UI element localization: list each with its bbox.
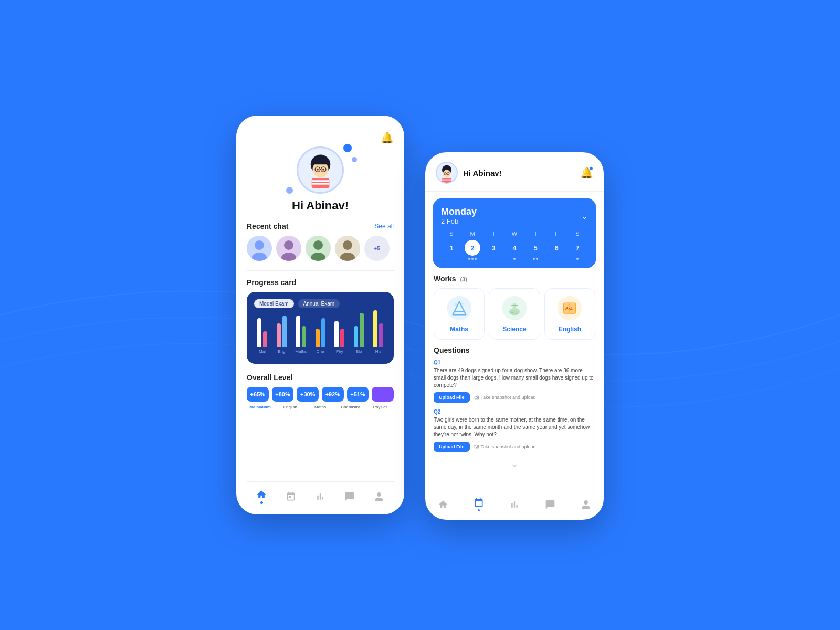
work-card-english[interactable]: A-Z English [544,288,595,340]
avatar [297,146,344,194]
recent-chat-title: Recent chat [247,222,288,230]
english-label: English [559,326,581,333]
level-label-3: Chemistry [337,405,364,410]
cal-date-3[interactable]: 3 [483,240,504,260]
svg-rect-25 [442,178,452,183]
chat-avatar-4[interactable] [335,236,360,261]
right-greeting: Hi Abinav! [463,169,502,177]
bar-mal-2 [263,331,267,347]
scroll-down-chevron[interactable] [434,458,595,473]
bar-bio-1 [354,326,358,347]
chat-avatar-3[interactable] [306,236,331,261]
nav-home[interactable] [256,489,267,504]
r-nav-chat[interactable] [545,499,555,510]
chat-avatar-more[interactable]: +5 [364,236,390,261]
bar-eng-2 [282,316,287,347]
level-card-3[interactable]: +92% [322,387,344,402]
left-header: 🔔 [247,131,394,144]
cal-day-t1: T [483,230,504,237]
level-label-4: Physics [367,405,394,410]
nav-chat[interactable] [344,491,355,502]
bar-bio-2 [360,313,364,347]
cal-date-4[interactable]: 4 [504,240,525,260]
decoration-dot-small [352,157,357,162]
questions-title: Questions [434,346,595,354]
right-avatar-illustration [437,163,457,183]
cal-date-2[interactable]: 2 [462,240,483,260]
level-cards: +65% +80% +30% +92% +51% [247,387,394,402]
cal-dates: 1 2 3 [441,240,588,260]
cal-day-s1: S [441,230,462,237]
svg-rect-26 [442,180,452,181]
nav-chart[interactable] [315,491,326,502]
work-card-maths[interactable]: Maths [434,288,485,340]
r-nav-calendar[interactable] [474,498,484,511]
overall-level-header: Overall Level [247,373,394,382]
q2-upload-btn[interactable]: Upload File [434,442,470,452]
cal-date-5[interactable]: 5 [525,240,546,260]
science-icon-area [501,295,528,321]
calendar-chevron[interactable]: ⌄ [581,211,588,221]
chart-tabs: Model Exam Annual Exam [254,299,386,308]
english-icon: A-Z [556,295,583,321]
nav-active-dot [260,501,263,504]
svg-point-41 [514,310,515,311]
cal-date-1[interactable]: 1 [441,240,462,260]
cal-day-f: F [546,230,567,237]
chart-tab-model[interactable]: Model Exam [254,299,294,308]
bell-icon[interactable]: 🔔 [381,131,394,144]
cal-day-s2: S [567,230,588,237]
bar-group-phy: Phy [331,310,348,354]
svg-point-33 [454,303,457,306]
right-bottom-nav [425,491,604,520]
right-avatar [436,162,458,184]
bar-maths-1 [296,316,300,347]
bar-his-2 [379,323,383,347]
level-card-2[interactable]: +30% [297,387,319,402]
nav-person[interactable] [374,491,384,502]
see-all-link[interactable]: See all [374,223,394,230]
chat-avatar-1[interactable] [247,236,272,261]
q2-snapshot-btn[interactable]: Take snapshot and upload [474,444,536,449]
cal-date-7[interactable]: 7 [567,240,588,260]
q1-snapshot-btn[interactable]: Take snapshot and upload [474,395,536,400]
r-nav-active-dot [478,509,480,511]
level-card-4[interactable]: +51% [347,387,369,402]
r-nav-home[interactable] [438,499,448,510]
bar-his-1 [373,310,377,347]
maths-icon-area [446,295,472,321]
questions-section: Questions Q1 There are 49 dogs signed up… [425,346,604,491]
bar-che-1 [316,329,320,347]
right-bell-icon[interactable]: 🔔 [580,166,593,179]
r-nav-person[interactable] [581,499,591,510]
q1-text: There are 49 dogs signed up for a dog sh… [434,367,595,389]
decoration-dot-med [286,187,293,194]
r-nav-chart[interactable] [509,499,520,510]
bar-phy-1 [334,321,339,347]
q1-actions: Upload File Take snapshot and upload [434,392,595,403]
level-card-0[interactable]: +65% [247,387,269,402]
q2-text: Two girls were born to the same mother, … [434,416,595,438]
right-avatar-row: Hi Abinav! [436,162,502,184]
level-card-5[interactable] [372,387,394,402]
svg-text:A-Z: A-Z [565,306,573,311]
cal-days-header: S M T W T F S [441,230,588,237]
decoration-dot-large [343,144,352,152]
level-label-1: English [277,405,303,410]
chat-avatar-2[interactable] [276,236,301,261]
svg-rect-37 [513,303,517,311]
progress-card-header: Progress card [247,278,394,287]
level-card-1[interactable]: +80% [272,387,294,402]
nav-calendar[interactable] [286,491,296,502]
cal-date-6[interactable]: 6 [546,240,567,260]
q1-upload-btn[interactable]: Upload File [434,392,470,403]
svg-point-17 [313,240,323,250]
work-card-science[interactable]: Science [489,288,540,340]
right-phone: Hi Abinav! 🔔 Monday 2 Feb ⌄ S M T W T F … [425,152,604,520]
bar-group-mal: Mal [254,310,270,354]
cal-date-sub: 2 Feb [441,217,477,225]
divider-1 [247,270,394,271]
chart-tab-annual[interactable]: Annual Exam [298,299,340,308]
cal-month-date: Monday 2 Feb [441,206,477,225]
cal-day-m: M [462,230,483,237]
